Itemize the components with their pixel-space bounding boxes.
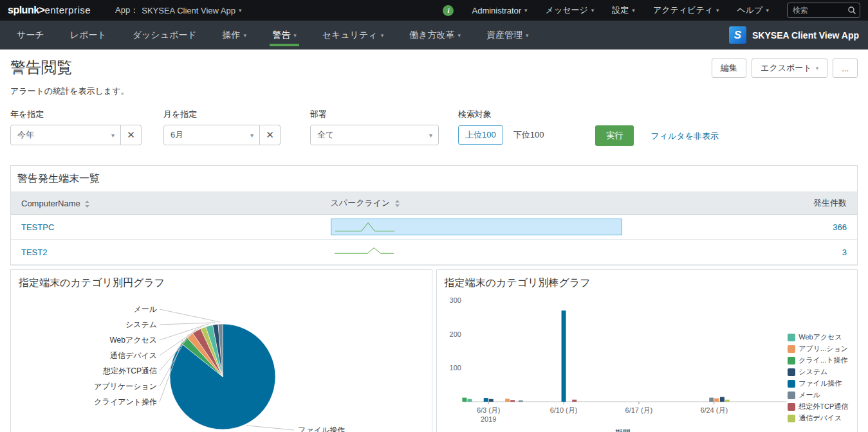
bar-chart-body: 1002003006/3 (月)20196/10 (月)6/17 (月)6/24…: [437, 292, 858, 432]
chevron-down-icon: ▾: [632, 7, 635, 14]
alert-table-title: 警告発生端末一覧: [11, 166, 857, 192]
legend-item[interactable]: ファイル操作: [788, 379, 856, 388]
topbar-menu-activity[interactable]: アクティビティ▾: [653, 4, 719, 16]
scope-bottom100-button[interactable]: 下位100: [513, 129, 544, 141]
legend-label: Webアクセス: [799, 332, 842, 342]
bar[interactable]: [725, 400, 729, 402]
topbar-right: i Administrator▾メッセージ▾設定▾アクティビティ▾ヘルプ▾: [443, 3, 860, 18]
column-header-sparkline[interactable]: スパークライン: [324, 192, 629, 215]
bar[interactable]: [572, 400, 577, 402]
year-clear-button[interactable]: ✕: [121, 125, 142, 145]
bar[interactable]: [483, 398, 488, 402]
nav-item-asset-mgmt[interactable]: 資産管理 ▾: [474, 21, 542, 50]
bar[interactable]: [462, 398, 466, 402]
legend-swatch: [788, 392, 795, 399]
hide-filter-col: フィルタを非表示: [651, 109, 719, 142]
chevron-down-icon: ▾: [293, 32, 297, 39]
sparkline-cell[interactable]: [331, 244, 622, 260]
legend-swatch: [788, 357, 795, 364]
legend-label: 通信デバイス: [799, 413, 842, 423]
hide-filter-link[interactable]: フィルタを非表示: [651, 131, 719, 141]
svg-text:200: 200: [449, 330, 461, 338]
splunk-logo[interactable]: splunk>enterprise: [8, 4, 91, 16]
logo-main: splunk>: [8, 4, 44, 16]
topbar-menu-settings[interactable]: 設定▾: [612, 4, 635, 16]
pie-label: クライアント操作: [94, 397, 157, 406]
legend-item[interactable]: 通信デバイス: [788, 413, 856, 423]
bar[interactable]: [709, 398, 714, 402]
bar-chart: 1002003006/3 (月)20196/10 (月)6/17 (月)6/24…: [438, 292, 788, 432]
count-link[interactable]: 3: [842, 248, 847, 257]
topbar-menu-help[interactable]: ヘルプ▾: [737, 4, 769, 16]
bar[interactable]: [510, 400, 515, 402]
alert-table-panel: 警告発生端末一覧 ComputerName スパークライン 発生件数: [10, 165, 858, 266]
computer-link[interactable]: TEST2: [21, 248, 47, 257]
app-nav: サーチレポートダッシュボード操作 ▾警告 ▾セキュリティ ▾働き方改革 ▾資産管…: [0, 21, 868, 50]
edit-button[interactable]: 編集: [712, 59, 746, 78]
pie-chart: クライアント操作アプリケーション想定外TCP通信通信デバイスWebアクセスシステ…: [11, 292, 429, 432]
export-button[interactable]: エクスポート▾: [752, 59, 827, 78]
pie-label: ファイル操作: [298, 426, 345, 432]
svg-text:6/3 (月): 6/3 (月): [476, 406, 500, 414]
department-filter-label: 部署: [310, 109, 439, 120]
bar[interactable]: [505, 399, 510, 402]
bar[interactable]: [561, 310, 566, 402]
pie-label: Webアクセス: [109, 336, 157, 345]
chevron-down-icon: ▾: [244, 32, 247, 39]
legend-item[interactable]: メール: [788, 390, 856, 400]
column-header-count[interactable]: 発生件数: [629, 192, 857, 215]
page-header: 警告閲覧 編集 エクスポート▾ ...: [10, 59, 858, 78]
logo-sub: enterprise: [44, 4, 91, 15]
legend-swatch: [788, 334, 795, 341]
svg-text:2019: 2019: [481, 415, 496, 423]
topbar-search: [787, 3, 860, 18]
chevron-down-icon: ▾: [239, 7, 242, 14]
legend-item[interactable]: クライ...ト操作: [788, 356, 856, 365]
column-header-computername[interactable]: ComputerName: [11, 192, 324, 215]
nav-item-alerts[interactable]: 警告 ▾: [259, 21, 309, 50]
more-button[interactable]: ...: [833, 59, 858, 78]
pie-label: アプリケーション: [94, 382, 157, 391]
bar[interactable]: [467, 399, 472, 402]
page-title: 警告閲覧: [10, 59, 72, 76]
nav-item-security[interactable]: セキュリティ ▾: [309, 21, 397, 50]
bar[interactable]: [719, 397, 724, 401]
bar[interactable]: [714, 399, 719, 402]
run-button[interactable]: 実行: [595, 125, 634, 146]
count-link[interactable]: 366: [833, 222, 847, 232]
nav-item-workstyle-reform[interactable]: 働き方改革 ▾: [396, 21, 474, 50]
topbar-menu-messages[interactable]: メッセージ▾: [546, 4, 595, 16]
svg-text:期間: 期間: [614, 428, 630, 432]
sparkline-cell[interactable]: [331, 219, 622, 235]
computer-link[interactable]: TESTPC: [21, 222, 54, 232]
year-select[interactable]: 今年▾: [10, 125, 121, 145]
topbar-menu-administrator[interactable]: Administrator▾: [472, 4, 527, 16]
bar[interactable]: [518, 401, 522, 402]
nav-item-operations[interactable]: 操作 ▾: [210, 21, 260, 50]
svg-text:6/10 (月): 6/10 (月): [549, 406, 577, 414]
chevron-down-icon: ▾: [816, 65, 819, 71]
scope-top100-button[interactable]: 上位100: [458, 125, 503, 145]
legend-swatch: [788, 345, 795, 353]
department-select[interactable]: 全て▾: [310, 125, 439, 145]
table-row: TEST23: [11, 240, 857, 265]
bar[interactable]: [488, 399, 493, 402]
app-name: SKYSEA Client View App: [142, 6, 235, 15]
nav-item-dashboards[interactable]: ダッシュボード: [120, 21, 210, 50]
info-icon[interactable]: i: [443, 5, 454, 16]
month-clear-button[interactable]: ✕: [260, 125, 281, 145]
year-filter: 年を指定 今年▾ ✕: [10, 109, 142, 145]
legend-item[interactable]: アプリ...ション: [788, 344, 856, 354]
pie-label: 通信デバイス: [110, 351, 157, 360]
legend-item[interactable]: システム: [788, 367, 856, 377]
chevron-down-icon: ▾: [458, 32, 461, 39]
legend-item[interactable]: Webアクセス: [788, 332, 856, 342]
month-select[interactable]: 6月▾: [163, 125, 260, 145]
nav-item-reports[interactable]: レポート: [57, 21, 120, 50]
legend-label: 想定外TCP通信: [799, 402, 848, 411]
svg-text:6/24 (月): 6/24 (月): [700, 406, 728, 414]
nav-item-search[interactable]: サーチ: [4, 21, 57, 50]
legend-label: ファイル操作: [799, 379, 842, 388]
app-switcher[interactable]: App： SKYSEA Client View App ▾: [115, 4, 241, 16]
legend-item[interactable]: 想定外TCP通信: [788, 402, 856, 411]
